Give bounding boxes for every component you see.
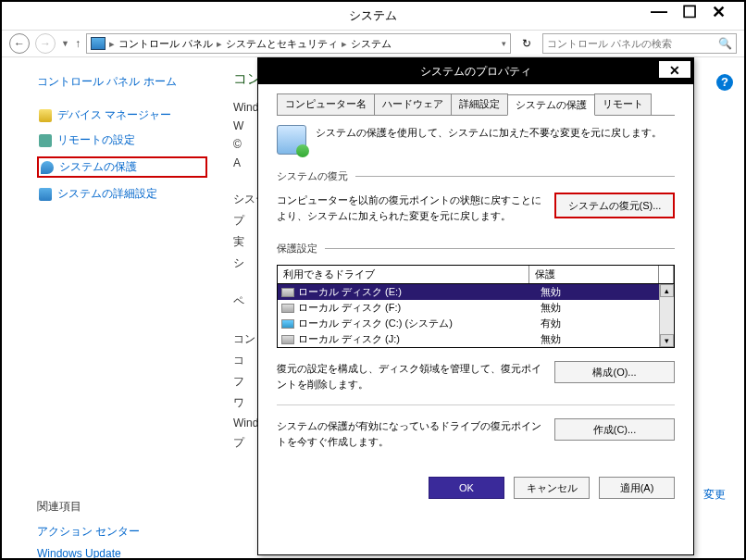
search-icon[interactable]: 🔍 [718,37,732,50]
tab-remote[interactable]: リモート [594,93,652,115]
dialog-close-button[interactable]: ✕ [658,60,691,79]
drive-icon [281,288,294,297]
drive-protection: 無効 [541,301,670,315]
protection-icon [277,125,306,155]
drive-name: ローカル ディスク (C:) (システム) [298,317,537,330]
drive-name: ローカル ディスク (E:) [298,285,537,299]
drive-icon [281,335,294,344]
scroll-down-icon[interactable]: ▾ [660,334,674,347]
refresh-button[interactable]: ↻ [516,33,537,54]
maximize-button[interactable]: ☐ [682,2,697,22]
scroll-header-spacer [659,266,674,283]
sidebar-item-system-protection[interactable]: システムの保護 [37,156,207,178]
dropdown-icon[interactable]: ▾ [502,39,506,48]
cancel-button[interactable]: キャンセル [514,477,590,499]
breadcrumb[interactable]: ▸ コントロール パネル ▸ システムとセキュリティ ▸ システム ▾ [86,33,511,54]
remote-icon [39,134,52,147]
restore-description: コンピューターを以前の復元ポイントの状態に戻すことにより、システムに加えられた変… [277,193,543,223]
apply-button[interactable]: 適用(A) [599,477,675,499]
tab-advanced[interactable]: 詳細設定 [451,93,508,115]
drive-name: ローカル ディスク (J:) [298,332,537,346]
sidebar-item-label: システムの保護 [59,159,137,175]
intro-row: システムの保護を使用して、システムに加えた不要な変更を元に戻します。 [277,125,675,155]
drive-row[interactable]: ローカル ディスク (E:)無効 [278,284,674,300]
col-header-drive[interactable]: 利用できるドライブ [278,266,529,283]
drive-table: 利用できるドライブ 保護 ローカル ディスク (E:)無効ローカル ディスク (… [277,265,675,348]
drive-row[interactable]: ローカル ディスク (F:)無効 [278,300,674,316]
create-description: システムの保護が有効になっているドライブの復元ポイントを今すぐ作成します。 [277,418,543,449]
protection-section-label: 保護設定 [277,242,675,255]
system-properties-dialog: システムのプロパティ ✕ コンピューター名 ハードウェア 詳細設定 システムの保… [257,57,694,555]
breadcrumb-root[interactable]: コントロール パネル [118,37,213,51]
create-button[interactable]: 作成(C)... [554,418,675,441]
scroll-up-icon[interactable]: ▴ [660,284,674,297]
sidebar-item-advanced-settings[interactable]: システムの詳細設定 [37,185,207,203]
dialog-titlebar[interactable]: システムのプロパティ ✕ [258,58,693,84]
sidebar-item-remote[interactable]: リモートの設定 [37,131,207,149]
window-controls: — ☐ ✕ [651,2,744,22]
breadcrumb-leaf[interactable]: システム [351,37,392,51]
sidebar-item-label: システムの詳細設定 [57,186,157,202]
drive-icon [281,319,294,329]
drive-protection: 無効 [541,285,670,299]
search-box[interactable]: 🔍 [542,33,737,54]
sidebar-item-label: デバイス マネージャー [57,107,171,123]
dialog-button-row: OK キャンセル 適用(A) [258,471,693,512]
intro-text: システムの保護を使用して、システムに加えた不要な変更を元に戻します。 [316,125,662,141]
chevron-right-icon: ▸ [217,38,222,50]
tabstrip: コンピューター名 ハードウェア 詳細設定 システムの保護 リモート [277,93,675,116]
dialog-body: コンピューター名 ハードウェア 詳細設定 システムの保護 リモート システムの保… [258,84,693,471]
close-button[interactable]: ✕ [712,2,726,22]
device-icon [39,109,52,122]
scrollbar[interactable]: ▴▾ [659,284,674,347]
dialog-title: システムのプロパティ [420,64,531,80]
breadcrumb-mid[interactable]: システムとセキュリティ [226,37,338,51]
control-panel-icon [91,37,106,50]
col-header-protection[interactable]: 保護 [529,266,659,283]
sidebar: コントロール パネル ホーム デバイス マネージャー リモートの設定 システムの… [2,57,215,558]
related-link-action-center[interactable]: アクション センター [37,524,207,540]
chevron-right-icon: ▸ [342,38,347,50]
related-section: 関連項目 アクション センター Windows Update [37,499,207,560]
drive-row[interactable]: ローカル ディスク (J:)無効 [278,331,674,347]
drive-icon [281,304,294,313]
back-button[interactable]: ← [9,33,30,54]
toolbar: ← → ▼ ↑ ▸ コントロール パネル ▸ システムとセキュリティ ▸ システ… [2,30,744,57]
window-title: システム [2,7,744,24]
settings-icon [39,188,52,201]
tab-hardware[interactable]: ハードウェア [374,93,452,115]
chevron-right-icon: ▸ [109,38,115,50]
configure-description: 復元の設定を構成し、ディスク領域を管理して、復元ポイントを削除します。 [277,361,543,392]
drive-table-header: 利用できるドライブ 保護 [278,266,674,284]
sidebar-item-label: リモートの設定 [57,132,135,148]
drive-name: ローカル ディスク (F:) [298,301,537,315]
system-restore-button[interactable]: システムの復元(S)... [554,193,675,218]
help-icon[interactable]: ? [716,74,733,91]
configure-row: 復元の設定を構成し、ディスク領域を管理して、復元ポイントを削除します。 構成(O… [277,361,675,392]
related-title: 関連項目 [37,499,207,515]
configure-button[interactable]: 構成(O)... [554,361,675,383]
drive-table-body[interactable]: ローカル ディスク (E:)無効ローカル ディスク (F:)無効ローカル ディス… [278,284,674,347]
restore-section-label: システムの復元 [277,169,675,183]
create-row: システムの保護が有効になっているドライブの復元ポイントを今すぐ作成します。 作成… [277,418,675,449]
sidebar-item-device-manager[interactable]: デバイス マネージャー [37,106,207,124]
change-settings-link[interactable]: 変更 [703,487,726,503]
tab-system-protection[interactable]: システムの保護 [507,94,595,116]
minimize-button[interactable]: — [651,2,667,22]
tab-computer-name[interactable]: コンピューター名 [277,93,375,115]
drive-protection: 無効 [541,332,670,346]
drive-protection: 有効 [541,317,670,330]
forward-button[interactable]: → [35,33,56,54]
history-dropdown-icon[interactable]: ▼ [61,39,69,48]
related-link-windows-update[interactable]: Windows Update [37,547,207,560]
search-input[interactable] [547,38,718,49]
up-button[interactable]: ↑ [75,37,81,50]
restore-row: コンピューターを以前の復元ポイントの状態に戻すことにより、システムに加えられた変… [277,193,675,223]
shield-icon [41,161,54,174]
ok-button[interactable]: OK [429,477,504,499]
sidebar-home-link[interactable]: コントロール パネル ホーム [37,74,207,90]
window-titlebar: システム — ☐ ✕ [2,2,744,30]
drive-row[interactable]: ローカル ディスク (C:) (システム)有効 [278,316,674,331]
